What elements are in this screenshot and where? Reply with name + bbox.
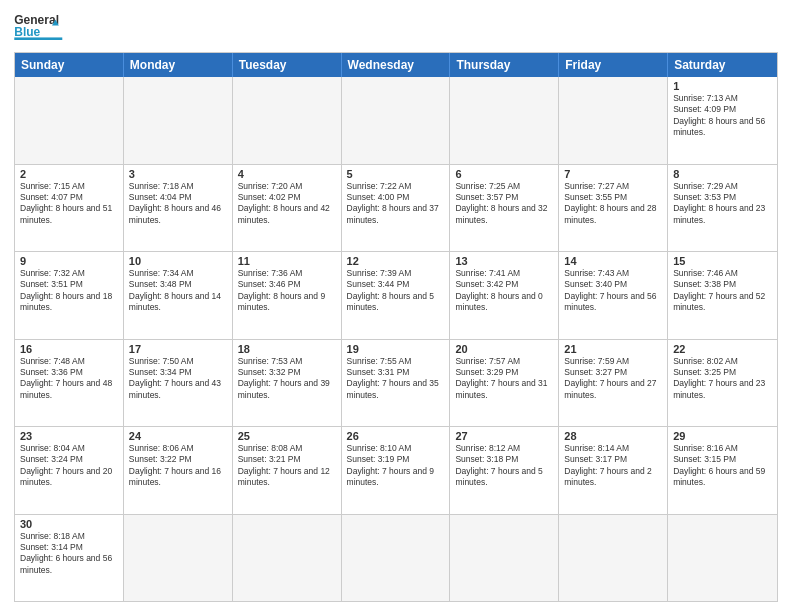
empty-cell (124, 515, 233, 602)
cell-info: Sunrise: 7:46 AMSunset: 3:38 PMDaylight:… (673, 268, 772, 314)
day-number: 16 (20, 343, 118, 355)
day-cell-26: 26Sunrise: 8:10 AMSunset: 3:19 PMDayligh… (342, 427, 451, 514)
day-cell-21: 21Sunrise: 7:59 AMSunset: 3:27 PMDayligh… (559, 340, 668, 427)
day-number: 6 (455, 168, 553, 180)
week-row-2: 9Sunrise: 7:32 AMSunset: 3:51 PMDaylight… (15, 252, 777, 340)
day-cell-16: 16Sunrise: 7:48 AMSunset: 3:36 PMDayligh… (15, 340, 124, 427)
empty-cell (559, 77, 668, 164)
col-header-saturday: Saturday (668, 53, 777, 77)
day-cell-24: 24Sunrise: 8:06 AMSunset: 3:22 PMDayligh… (124, 427, 233, 514)
empty-cell (15, 77, 124, 164)
cell-info: Sunrise: 7:41 AMSunset: 3:42 PMDaylight:… (455, 268, 553, 314)
cell-info: Sunrise: 7:59 AMSunset: 3:27 PMDaylight:… (564, 356, 662, 402)
day-cell-22: 22Sunrise: 8:02 AMSunset: 3:25 PMDayligh… (668, 340, 777, 427)
day-cell-23: 23Sunrise: 8:04 AMSunset: 3:24 PMDayligh… (15, 427, 124, 514)
empty-cell (450, 77, 559, 164)
day-cell-17: 17Sunrise: 7:50 AMSunset: 3:34 PMDayligh… (124, 340, 233, 427)
day-cell-3: 3Sunrise: 7:18 AMSunset: 4:04 PMDaylight… (124, 165, 233, 252)
day-number: 8 (673, 168, 772, 180)
day-cell-14: 14Sunrise: 7:43 AMSunset: 3:40 PMDayligh… (559, 252, 668, 339)
header: General Blue (14, 10, 778, 46)
day-number: 22 (673, 343, 772, 355)
cell-info: Sunrise: 8:12 AMSunset: 3:18 PMDaylight:… (455, 443, 553, 489)
week-row-0: 1Sunrise: 7:13 AMSunset: 4:09 PMDaylight… (15, 77, 777, 165)
day-cell-25: 25Sunrise: 8:08 AMSunset: 3:21 PMDayligh… (233, 427, 342, 514)
empty-cell (233, 77, 342, 164)
logo: General Blue (14, 10, 66, 46)
day-number: 13 (455, 255, 553, 267)
day-cell-6: 6Sunrise: 7:25 AMSunset: 3:57 PMDaylight… (450, 165, 559, 252)
cell-info: Sunrise: 7:39 AMSunset: 3:44 PMDaylight:… (347, 268, 445, 314)
empty-cell (342, 77, 451, 164)
cell-info: Sunrise: 7:25 AMSunset: 3:57 PMDaylight:… (455, 181, 553, 227)
cell-info: Sunrise: 7:32 AMSunset: 3:51 PMDaylight:… (20, 268, 118, 314)
cell-info: Sunrise: 7:18 AMSunset: 4:04 PMDaylight:… (129, 181, 227, 227)
generalblue-logo: General Blue (14, 10, 66, 46)
day-number: 27 (455, 430, 553, 442)
svg-text:Blue: Blue (14, 25, 40, 39)
day-cell-5: 5Sunrise: 7:22 AMSunset: 4:00 PMDaylight… (342, 165, 451, 252)
day-number: 2 (20, 168, 118, 180)
day-cell-8: 8Sunrise: 7:29 AMSunset: 3:53 PMDaylight… (668, 165, 777, 252)
day-cell-19: 19Sunrise: 7:55 AMSunset: 3:31 PMDayligh… (342, 340, 451, 427)
day-cell-4: 4Sunrise: 7:20 AMSunset: 4:02 PMDaylight… (233, 165, 342, 252)
day-cell-28: 28Sunrise: 8:14 AMSunset: 3:17 PMDayligh… (559, 427, 668, 514)
empty-cell (450, 515, 559, 602)
cell-info: Sunrise: 8:16 AMSunset: 3:15 PMDaylight:… (673, 443, 772, 489)
cell-info: Sunrise: 7:57 AMSunset: 3:29 PMDaylight:… (455, 356, 553, 402)
day-number: 26 (347, 430, 445, 442)
day-cell-9: 9Sunrise: 7:32 AMSunset: 3:51 PMDaylight… (15, 252, 124, 339)
day-cell-18: 18Sunrise: 7:53 AMSunset: 3:32 PMDayligh… (233, 340, 342, 427)
cell-info: Sunrise: 7:29 AMSunset: 3:53 PMDaylight:… (673, 181, 772, 227)
calendar-header: SundayMondayTuesdayWednesdayThursdayFrid… (15, 53, 777, 77)
cell-info: Sunrise: 7:55 AMSunset: 3:31 PMDaylight:… (347, 356, 445, 402)
day-number: 28 (564, 430, 662, 442)
empty-cell (668, 515, 777, 602)
day-number: 23 (20, 430, 118, 442)
cell-info: Sunrise: 7:13 AMSunset: 4:09 PMDaylight:… (673, 93, 772, 139)
day-number: 1 (673, 80, 772, 92)
col-header-thursday: Thursday (450, 53, 559, 77)
col-header-sunday: Sunday (15, 53, 124, 77)
col-header-tuesday: Tuesday (233, 53, 342, 77)
svg-rect-3 (14, 37, 62, 40)
day-number: 12 (347, 255, 445, 267)
day-cell-2: 2Sunrise: 7:15 AMSunset: 4:07 PMDaylight… (15, 165, 124, 252)
day-cell-13: 13Sunrise: 7:41 AMSunset: 3:42 PMDayligh… (450, 252, 559, 339)
cell-info: Sunrise: 7:53 AMSunset: 3:32 PMDaylight:… (238, 356, 336, 402)
day-number: 19 (347, 343, 445, 355)
calendar: SundayMondayTuesdayWednesdayThursdayFrid… (14, 52, 778, 602)
day-number: 29 (673, 430, 772, 442)
empty-cell (233, 515, 342, 602)
day-number: 17 (129, 343, 227, 355)
day-number: 3 (129, 168, 227, 180)
day-number: 15 (673, 255, 772, 267)
cell-info: Sunrise: 8:14 AMSunset: 3:17 PMDaylight:… (564, 443, 662, 489)
cell-info: Sunrise: 8:08 AMSunset: 3:21 PMDaylight:… (238, 443, 336, 489)
day-cell-10: 10Sunrise: 7:34 AMSunset: 3:48 PMDayligh… (124, 252, 233, 339)
cell-info: Sunrise: 7:43 AMSunset: 3:40 PMDaylight:… (564, 268, 662, 314)
day-number: 4 (238, 168, 336, 180)
cell-info: Sunrise: 8:04 AMSunset: 3:24 PMDaylight:… (20, 443, 118, 489)
day-cell-12: 12Sunrise: 7:39 AMSunset: 3:44 PMDayligh… (342, 252, 451, 339)
cell-info: Sunrise: 7:20 AMSunset: 4:02 PMDaylight:… (238, 181, 336, 227)
day-number: 11 (238, 255, 336, 267)
col-header-friday: Friday (559, 53, 668, 77)
cell-info: Sunrise: 8:06 AMSunset: 3:22 PMDaylight:… (129, 443, 227, 489)
page: General Blue SundayMondayTuesdayWednesda… (0, 0, 792, 612)
day-number: 20 (455, 343, 553, 355)
day-cell-30: 30Sunrise: 8:18 AMSunset: 3:14 PMDayligh… (15, 515, 124, 602)
cell-info: Sunrise: 7:34 AMSunset: 3:48 PMDaylight:… (129, 268, 227, 314)
week-row-5: 30Sunrise: 8:18 AMSunset: 3:14 PMDayligh… (15, 515, 777, 602)
cell-info: Sunrise: 7:22 AMSunset: 4:00 PMDaylight:… (347, 181, 445, 227)
cell-info: Sunrise: 7:48 AMSunset: 3:36 PMDaylight:… (20, 356, 118, 402)
day-cell-15: 15Sunrise: 7:46 AMSunset: 3:38 PMDayligh… (668, 252, 777, 339)
cell-info: Sunrise: 7:36 AMSunset: 3:46 PMDaylight:… (238, 268, 336, 314)
cell-info: Sunrise: 7:15 AMSunset: 4:07 PMDaylight:… (20, 181, 118, 227)
week-row-1: 2Sunrise: 7:15 AMSunset: 4:07 PMDaylight… (15, 165, 777, 253)
col-header-wednesday: Wednesday (342, 53, 451, 77)
cell-info: Sunrise: 8:10 AMSunset: 3:19 PMDaylight:… (347, 443, 445, 489)
empty-cell (559, 515, 668, 602)
day-cell-1: 1Sunrise: 7:13 AMSunset: 4:09 PMDaylight… (668, 77, 777, 164)
day-number: 10 (129, 255, 227, 267)
